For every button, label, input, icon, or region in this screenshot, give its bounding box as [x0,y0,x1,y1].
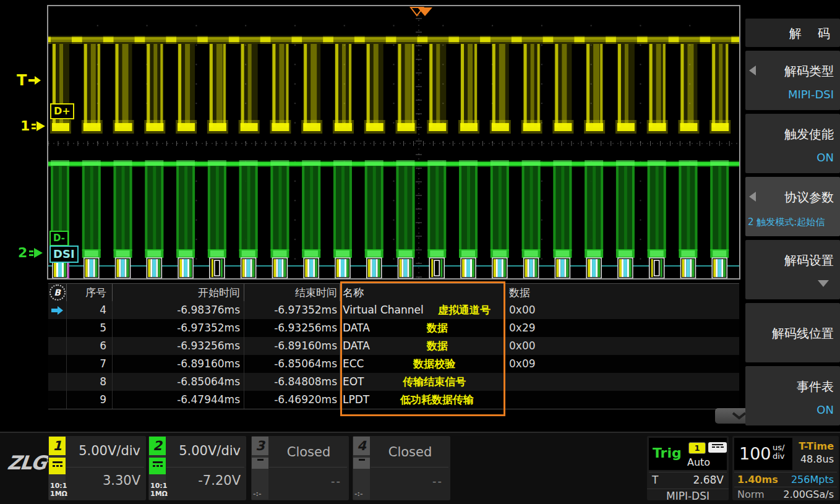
ch2-status-box[interactable]: 2 10:11MΩ 5.00V/div -7.20V [148,436,246,500]
brand-logo: ZLG® [6,451,54,474]
ch1-marker-label: 1 [20,118,30,134]
ch2-offset: -7.20V [198,473,241,488]
cell-data [505,373,739,391]
menu-item-event-table[interactable]: 事件表 ON [745,366,840,425]
ch4-offset: -- [432,474,443,487]
decode-event-table: B 序号 开始时间 结束时间 名称 数据 4 -6.98376ms -6.973… [48,283,739,409]
dc-coupling-icon [708,442,727,453]
bus-cycle-icon: B [49,284,66,301]
decode-bus-label: DSI [49,246,79,263]
cell-seq: 7 [67,355,113,373]
menu-item-trigger-enable[interactable]: 触发使能 ON [745,114,840,173]
cell-seq: 5 [67,319,113,337]
col-header-name[interactable]: 名称 [340,284,505,301]
ch3-probe-info: -:- [253,490,262,498]
cell-end: -6.85064ms [244,355,340,373]
current-row-cell [48,301,67,319]
decode-type-value: MIPI-DSI [788,88,834,101]
table-header-row: B 序号 开始时间 结束时间 名称 数据 [48,284,739,301]
ch4-probe-info: -:- [354,490,363,498]
trigger-status-box[interactable]: Trig 1 Auto T 2.68V MIPI-DSI [647,436,729,500]
ch1-badge: 1 [49,437,66,455]
cell-seq: 8 [67,373,113,391]
trigger-level-value: 2.68V [693,474,724,486]
waveform-display[interactable]: D+ D- DSI [47,5,740,280]
acquisition-mode: Norm [737,489,765,500]
menu-item-protocol-params[interactable]: 协议参数 2 触发模式:起始信 [745,177,840,236]
ch3-status-box[interactable]: 3 -:- Closed -- [251,436,349,500]
timebase-scale: 100 [739,444,771,463]
table-row[interactable]: 8 -6.85064ms -6.84808ms EOT传输结束信号 [48,373,739,391]
protocol-params-value: 2 触发模式:起始信 [748,216,839,228]
ch1-status-box[interactable]: 1 10:11MΩ 5.00V/div 3.30V [48,436,146,500]
col-header-data[interactable]: 数据 [505,284,739,301]
waveform-canvas[interactable] [48,6,739,278]
ch4-status-box[interactable]: 4 -:- Closed -- [353,436,450,500]
sample-rate: 2.00GSa/s [783,489,834,500]
chevron-left-icon [749,66,756,75]
chevron-down-icon [818,280,829,287]
ch3-offset: -- [331,474,341,487]
table-row[interactable]: 6 -6.93256ms -6.89160ms DATA数据 0x00 [48,337,739,355]
ch3-badge: 3 [252,437,268,455]
bus-sync-cell[interactable]: B [48,284,67,301]
oscilloscope-screen: T 1 2 D+ D- DSI B 序号 开始时间 结束时间 名称 数据 4 -… [0,0,840,504]
cell-name: EOT传输结束信号 [340,373,505,391]
cell-seq: 9 [67,391,113,409]
ttime-value: 48.8us [800,453,834,465]
cell-start: -6.85064ms [113,373,244,391]
capture-window: 1.40ms [737,474,778,485]
ch2-bus-label: D- [49,231,69,246]
ch1-bus-label: D+ [50,103,74,119]
timebase-status-box[interactable]: 100 us/div T-Time 48.8us 1.40ms 256Mpts … [732,436,839,500]
ch2-probe-info: 10:11MΩ [150,482,168,498]
ch2-badge: 2 [149,437,166,455]
cell-end: -6.46920ms [244,391,340,409]
cell-start: -6.93256ms [113,337,244,355]
memory-depth: 256Mpts [791,474,834,485]
ch4-status: Closed [370,445,450,459]
ch4-badge: 4 [353,437,370,455]
dc-coupling-icon [49,458,66,474]
dc-coupling-icon [149,458,166,474]
table-row[interactable]: 4 -6.98376ms -6.97352ms Virtual Channel虚… [48,301,739,319]
cell-name: DATA数据 [340,337,505,355]
col-header-start[interactable]: 开始时间 [113,284,244,301]
menu-title-label: 解 码 [789,25,836,42]
col-header-end[interactable]: 结束时间 [244,284,340,301]
trigger-enable-value: ON [816,151,834,164]
table-row[interactable]: 5 -6.97352ms -6.93256ms DATA数据 0x29 [48,319,739,337]
cell-data: 0x29 [505,319,739,337]
ch3-status: Closed [268,445,349,459]
cell-end: -6.89160ms [244,337,340,355]
minus-icon [353,458,370,469]
cell-start: -6.89160ms [113,355,244,373]
table-row[interactable]: 9 -6.47944ms -6.46920ms LPDT低功耗数据传输 [48,391,739,409]
trigger-source-badge: 1 [688,442,706,454]
cell-start: -6.98376ms [113,301,244,319]
trigger-level-marker[interactable]: T [17,72,41,89]
cell-end: -6.84808ms [244,373,340,391]
minus-icon [252,458,268,469]
trigger-type: MIPI-DSI [647,489,729,502]
cell-seq: 4 [67,301,113,319]
ch1-offset-marker[interactable]: 1 [20,118,45,134]
col-header-seq[interactable]: 序号 [67,284,113,301]
ch2-offset-arrow-icon [29,248,43,258]
cell-name: DATA数据 [340,319,505,337]
menu-item-decode-line-position[interactable]: 解码线位置 [745,303,840,362]
ttime-label: T-Time [799,440,834,452]
menu-item-decode-settings[interactable]: 解码设置 [745,240,840,299]
trigger-level-label: T [17,72,27,89]
menu-item-decode-type[interactable]: 解码类型 MIPI-DSI [745,51,840,110]
cell-start: -6.47944ms [113,391,244,409]
table-row[interactable]: 7 -6.89160ms -6.85064ms ECC数据校验 0x09 [48,355,739,373]
ch2-scale: 5.00V/div [179,443,241,458]
trigger-sweep-mode: Auto [687,456,710,468]
trigger-level-label: T [652,474,658,486]
chevron-left-icon [749,192,756,202]
cell-data: 0x00 [505,337,739,355]
ch2-offset-marker[interactable]: 2 [18,245,43,260]
ch1-offset-arrow-icon [32,121,45,131]
event-table-value: ON [816,403,834,416]
